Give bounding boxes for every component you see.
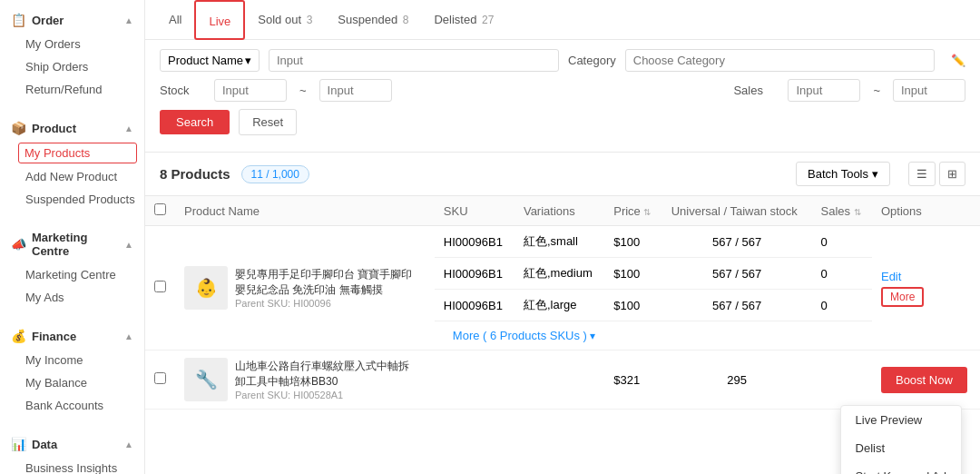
row1-options: Edit bbox=[881, 270, 971, 283]
boost-now-button[interactable]: Boost Now bbox=[881, 367, 967, 393]
sidebar-item-my-balance[interactable]: My Balance bbox=[0, 371, 144, 394]
view-icons: ☰ ⊞ bbox=[908, 162, 965, 186]
row1-variant2-sales: 0 bbox=[812, 258, 872, 290]
row1-variant2-variation: 紅色,medium bbox=[514, 258, 604, 290]
row1-variant3-sku: HI00096B1 bbox=[435, 290, 514, 321]
tab-suspended[interactable]: Suspended 8 bbox=[325, 0, 421, 40]
chevron-down-icon: ▾ bbox=[245, 54, 251, 67]
row2-product-info: 🔧 山地車公路自行車螺紋壓入式中軸拆卸工具中軸培林BB30 Parent SKU… bbox=[175, 351, 435, 410]
chevron-up-icon-marketing: ▲ bbox=[124, 240, 133, 250]
table-row: 👶 嬰兒專用手足印手腳印台 寶寶手腳印 嬰兒紀念品 免洗印油 無毒觸摸 Pare… bbox=[145, 226, 980, 258]
sidebar-section-data: 📊 Data ▲ Business Insights My Performanc… bbox=[0, 424, 144, 474]
category-label: Category bbox=[568, 54, 616, 67]
table-header-options: Options bbox=[872, 196, 980, 226]
product-name-input[interactable] bbox=[269, 49, 559, 72]
row1-edit-link[interactable]: Edit bbox=[881, 270, 901, 283]
sales-input-min[interactable] bbox=[788, 79, 860, 102]
row1-name-cell: 👶 嬰兒專用手足印手腳印台 寶寶手腳印 嬰兒紀念品 免洗印油 無毒觸摸 Pare… bbox=[184, 266, 426, 310]
row1-more-button[interactable]: More bbox=[881, 287, 924, 307]
table-area: Product Name SKU Variations Price ⇅ Univ… bbox=[145, 196, 980, 474]
table-header-sales: Sales ⇅ bbox=[812, 196, 872, 226]
product-name-select[interactable]: Product Name ▾ bbox=[160, 49, 260, 72]
row2-checkbox[interactable] bbox=[154, 372, 166, 384]
dropdown-item-live-preview[interactable]: Live Preview bbox=[841, 406, 961, 434]
filter-row-3: Search Reset bbox=[160, 109, 965, 135]
grid-view-button[interactable]: ⊞ bbox=[939, 162, 965, 186]
sidebar-item-my-products[interactable]: My Products bbox=[18, 143, 137, 163]
row1-product-info: 👶 嬰兒專用手足印手腳印台 寶寶手腳印 嬰兒紀念品 免洗印油 無毒觸摸 Pare… bbox=[175, 226, 435, 351]
dropdown-item-delist[interactable]: Delist bbox=[841, 434, 961, 462]
data-icon: 📊 bbox=[11, 437, 26, 451]
sidebar-group-finance[interactable]: 💰 Finance ▲ bbox=[0, 323, 144, 349]
sidebar-section-finance: 💰 Finance ▲ My Income My Balance Bank Ac… bbox=[0, 316, 144, 424]
price-sort-icon: ⇅ bbox=[643, 207, 651, 217]
tab-live[interactable]: Live bbox=[194, 0, 245, 40]
table-header-price: Price ⇅ bbox=[604, 196, 662, 226]
row1-options-cell: Edit More bbox=[872, 226, 980, 351]
search-button[interactable]: Search bbox=[160, 110, 230, 134]
row1-checkbox[interactable] bbox=[154, 281, 166, 292]
tab-delisted[interactable]: Delisted 27 bbox=[421, 0, 506, 40]
sidebar-item-suspended-products[interactable]: Suspended Products bbox=[0, 188, 144, 211]
stock-label: Stock bbox=[160, 84, 205, 97]
row1-variant1-variation: 紅色,small bbox=[514, 226, 604, 258]
row1-more-skus-link[interactable]: More ( 6 Products SKUs ) ▾ bbox=[444, 324, 604, 348]
sidebar-item-my-income[interactable]: My Income bbox=[0, 349, 144, 371]
sidebar-item-my-orders[interactable]: My Orders bbox=[0, 33, 144, 55]
category-input[interactable] bbox=[625, 49, 935, 72]
stock-input-max[interactable] bbox=[319, 79, 392, 102]
tab-sold-out[interactable]: Sold out 3 bbox=[245, 0, 325, 40]
sidebar-item-business-insights[interactable]: Business Insights bbox=[0, 457, 144, 474]
row1-variant1-sku: HI00096B1 bbox=[435, 226, 514, 258]
more-dropdown-menu: Live Preview Delist Start Keyword Ad bbox=[840, 405, 962, 474]
table-header-product-name: Product Name bbox=[175, 196, 435, 226]
sidebar-section-order: 📋 Order ▲ My Orders Ship Orders Return/R… bbox=[0, 0, 144, 108]
products-count-badge: 11 / 1,000 bbox=[241, 165, 309, 183]
edit-icon[interactable]: ✏️ bbox=[951, 54, 965, 67]
tab-all[interactable]: All bbox=[156, 0, 194, 40]
row1-variant3-price: $100 bbox=[604, 290, 662, 321]
sidebar-item-add-new-product[interactable]: Add New Product bbox=[0, 165, 144, 188]
chevron-down-icon-batch: ▾ bbox=[872, 167, 878, 181]
row1-checkbox-cell bbox=[145, 226, 175, 351]
select-all-checkbox[interactable] bbox=[154, 203, 166, 215]
products-table: Product Name SKU Variations Price ⇅ Univ… bbox=[145, 196, 980, 410]
row2-universal: 295 bbox=[662, 351, 812, 410]
table-header-universal: Universal / Taiwan stock bbox=[662, 196, 812, 226]
row1-variant1-universal: 567 / 567 bbox=[662, 226, 812, 258]
sidebar-group-data[interactable]: 📊 Data ▲ bbox=[0, 431, 144, 457]
sidebar-group-marketing[interactable]: 📣 Marketing Centre ▲ bbox=[0, 225, 144, 263]
dropdown-item-start-keyword-ad[interactable]: Start Keyword Ad bbox=[841, 462, 961, 474]
row1-variant3-universal: 567 / 567 bbox=[662, 290, 812, 321]
row2-sales bbox=[812, 351, 872, 410]
tabs-bar: All ▼ Live Sold out 3 Suspended 8 Delist… bbox=[145, 0, 980, 40]
row1-product-text: 嬰兒專用手足印手腳印台 寶寶手腳印 嬰兒紀念品 免洗印油 無毒觸摸 Parent… bbox=[235, 267, 416, 309]
list-view-button[interactable]: ☰ bbox=[908, 162, 936, 186]
row2-checkbox-cell bbox=[145, 351, 175, 410]
sales-tilde: ~ bbox=[869, 84, 884, 97]
sidebar-item-return-refund[interactable]: Return/Refund bbox=[0, 78, 144, 101]
row1-variant3-sales: 0 bbox=[812, 290, 872, 321]
sales-input-max[interactable] bbox=[893, 79, 965, 102]
chevron-up-icon: ▲ bbox=[124, 15, 133, 25]
sidebar-group-order[interactable]: 📋 Order ▲ bbox=[0, 7, 144, 33]
finance-icon: 💰 bbox=[11, 329, 26, 343]
sidebar-item-my-ads[interactable]: My Ads bbox=[0, 286, 144, 309]
chevron-up-icon-product: ▲ bbox=[124, 123, 133, 133]
sidebar-item-marketing-centre[interactable]: Marketing Centre bbox=[0, 263, 144, 286]
table-header-sku: SKU bbox=[435, 196, 514, 226]
main-content: All ▼ Live Sold out 3 Suspended 8 Delist… bbox=[145, 0, 980, 474]
reset-button[interactable]: Reset bbox=[239, 109, 297, 135]
row1-product-image: 👶 bbox=[184, 266, 228, 310]
row1-variant2-sku: HI00096B1 bbox=[435, 258, 514, 290]
row1-variant3-variation: 紅色,large bbox=[514, 290, 604, 321]
sidebar-item-ship-orders[interactable]: Ship Orders bbox=[0, 55, 144, 78]
stock-input-min[interactable] bbox=[214, 79, 287, 102]
row2-sku bbox=[435, 351, 514, 410]
row2-price: $321 bbox=[604, 351, 662, 410]
sidebar-item-bank-accounts[interactable]: Bank Accounts bbox=[0, 394, 144, 417]
row2-product-text: 山地車公路自行車螺紋壓入式中軸拆卸工具中軸培林BB30 Parent SKU: … bbox=[235, 359, 416, 400]
batch-tools-button[interactable]: Batch Tools ▾ bbox=[796, 162, 890, 186]
sidebar-group-product[interactable]: 📦 Product ▲ bbox=[0, 115, 144, 141]
table-row: 🔧 山地車公路自行車螺紋壓入式中軸拆卸工具中軸培林BB30 Parent SKU… bbox=[145, 351, 980, 410]
